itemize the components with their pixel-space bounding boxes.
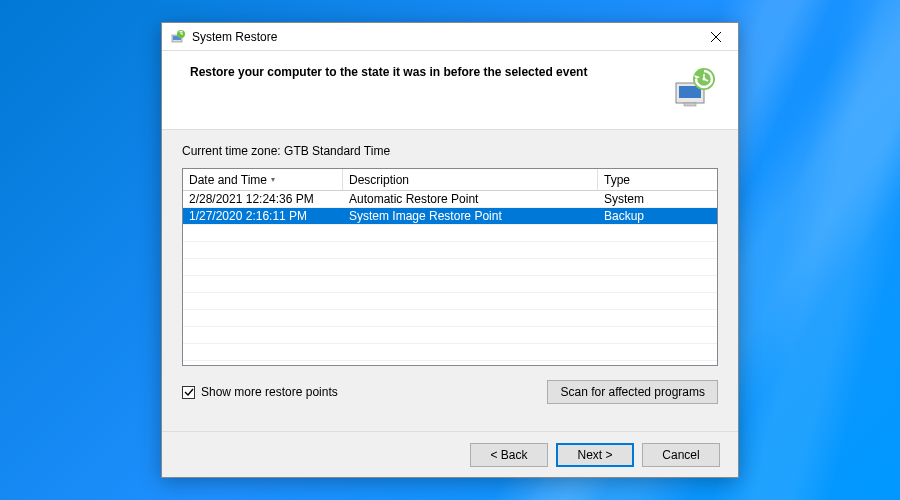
- close-icon: [711, 32, 721, 42]
- column-header-type-label: Type: [604, 173, 630, 187]
- column-header-date-label: Date and Time: [189, 173, 267, 187]
- restore-points-table: Date and Time ▾ Description Type 2/28/20…: [182, 168, 718, 366]
- titlebar: System Restore: [162, 23, 738, 51]
- svg-rect-5: [684, 103, 696, 106]
- checkmark-icon: [184, 387, 194, 397]
- table-header: Date and Time ▾ Description Type: [183, 169, 717, 191]
- cell-description: Automatic Restore Point: [343, 191, 598, 207]
- next-button[interactable]: Next >: [556, 443, 634, 467]
- show-more-checkbox[interactable]: [182, 386, 195, 399]
- timezone-label: Current time zone: GTB Standard Time: [182, 144, 718, 158]
- scan-affected-button[interactable]: Scan for affected programs: [547, 380, 718, 404]
- table-body: 2/28/2021 12:24:36 PMAutomatic Restore P…: [183, 191, 717, 361]
- sort-descending-icon: ▾: [271, 175, 275, 184]
- cell-description: System Image Restore Point: [343, 208, 598, 224]
- table-row-empty: [183, 242, 717, 259]
- cell-date: 1/27/2020 2:16:11 PM: [183, 208, 343, 224]
- column-header-date[interactable]: Date and Time ▾: [183, 169, 343, 190]
- table-row-empty: [183, 225, 717, 242]
- table-row-empty: [183, 293, 717, 310]
- table-row-empty: [183, 259, 717, 276]
- column-header-description[interactable]: Description: [343, 169, 598, 190]
- show-more-checkbox-row[interactable]: Show more restore points: [182, 385, 338, 399]
- restore-large-icon: [670, 65, 718, 113]
- back-button[interactable]: < Back: [470, 443, 548, 467]
- cell-type: Backup: [598, 208, 717, 224]
- table-row-empty: [183, 344, 717, 361]
- cell-type: System: [598, 191, 717, 207]
- header-instruction: Restore your computer to the state it wa…: [190, 65, 658, 79]
- column-header-description-label: Description: [349, 173, 409, 187]
- header-area: Restore your computer to the state it wa…: [162, 51, 738, 130]
- table-row[interactable]: 2/28/2021 12:24:36 PMAutomatic Restore P…: [183, 191, 717, 208]
- table-row[interactable]: 1/27/2020 2:16:11 PMSystem Image Restore…: [183, 208, 717, 225]
- column-header-type[interactable]: Type: [598, 169, 717, 190]
- cancel-button[interactable]: Cancel: [642, 443, 720, 467]
- table-row-empty: [183, 327, 717, 344]
- wizard-footer: < Back Next > Cancel: [162, 431, 738, 477]
- system-restore-icon: [170, 29, 186, 45]
- close-button[interactable]: [694, 23, 738, 51]
- table-row-empty: [183, 310, 717, 327]
- show-more-label: Show more restore points: [201, 385, 338, 399]
- window-title: System Restore: [192, 30, 694, 44]
- content-area: Current time zone: GTB Standard Time Dat…: [162, 130, 738, 414]
- below-table-row: Show more restore points Scan for affect…: [182, 380, 718, 404]
- cell-date: 2/28/2021 12:24:36 PM: [183, 191, 343, 207]
- table-row-empty: [183, 276, 717, 293]
- system-restore-dialog: System Restore Restore your computer to …: [161, 22, 739, 478]
